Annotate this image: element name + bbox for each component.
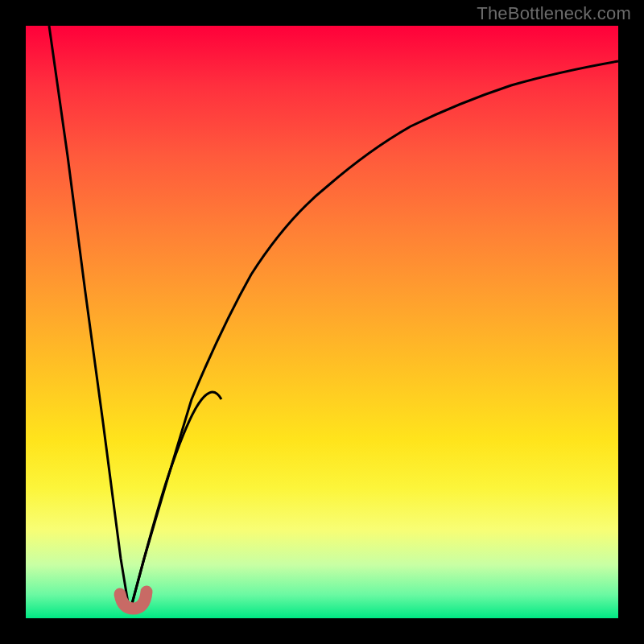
- chart-svg: [26, 26, 618, 618]
- series-left-branch: [49, 26, 130, 613]
- series-right-branch-main: [130, 61, 618, 613]
- watermark-text: TheBottleneck.com: [477, 3, 631, 24]
- series-right-branch: [130, 392, 221, 613]
- chart-frame: TheBottleneck.com: [0, 0, 644, 644]
